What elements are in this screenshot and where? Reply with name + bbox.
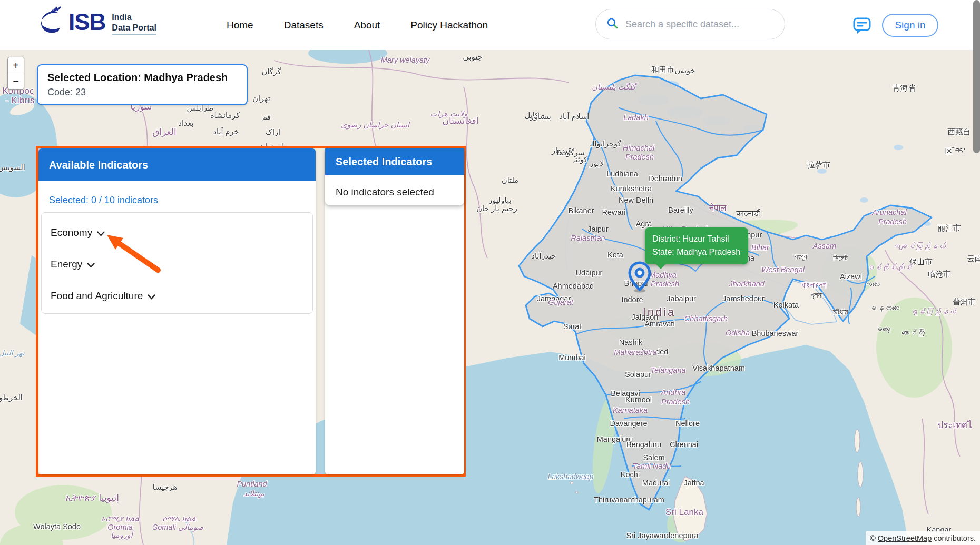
tooltip-district-line: District: Huzur Tahsil [652,233,741,246]
copyright-symbol: © [870,534,876,542]
browser-scrollbar-thumb[interactable] [973,0,980,153]
main-nav: HomeDatasetsAboutPolicy Hackathon [227,0,488,50]
chevron-down-icon [87,263,95,268]
category-energy[interactable]: Energy [42,249,312,280]
location-pin-icon[interactable] [628,261,651,293]
search-input[interactable] [624,18,774,31]
selected-indicators-card: Selected Indicators No indicators select… [325,148,464,205]
no-indicators-text: No indicators selected [325,175,464,198]
zoom-in-button[interactable]: + [8,57,24,73]
search-box[interactable] [595,9,785,39]
top-navigation-bar: ISB India Data Portal HomeDatasetsAboutP… [0,0,980,50]
nav-item-datasets[interactable]: Datasets [284,19,324,31]
category-economy[interactable]: Economy [42,217,312,249]
category-label: Economy [51,227,92,239]
category-food-and-agriculture[interactable]: Food and Agriculture [42,280,312,312]
chevron-down-icon [148,294,155,300]
available-indicators-header: Available Indicators [38,148,316,181]
district-tooltip: District: Huzur Tahsil State: Madhya Pra… [645,227,748,264]
portal-name: India Data Portal [112,10,156,35]
isb-logo[interactable]: ISB India Data Portal [38,6,156,38]
selected-count-text: Selected: 0 / 10 indicators [49,195,158,206]
sign-in-button[interactable]: Sign in [882,14,938,37]
nav-item-policy-hackathon[interactable]: Policy Hackathon [410,19,488,31]
nav-item-about[interactable]: About [354,19,380,31]
category-label: Food and Agriculture [51,290,143,302]
chevron-down-icon [97,231,105,236]
indicator-category-list: EconomyEnergyFood and Agriculture [41,212,313,314]
nav-item-home[interactable]: Home [227,19,253,31]
selected-location-code: Code: 23 [47,87,237,98]
isb-logo-icon [38,6,65,38]
selected-location-box: Selected Location: Madhya Pradesh Code: … [37,64,248,105]
zoom-out-button[interactable]: − [8,73,24,89]
isb-wordmark: ISB [68,9,105,35]
selected-indicators-panel: Selected Indicators No indicators select… [325,148,464,474]
available-indicators-panel: Available Indicators Selected: 0 / 10 in… [38,148,316,474]
search-icon [606,17,618,31]
map-attribution: © OpenStreetMap contributors. [866,531,980,545]
chat-icon[interactable] [853,17,871,34]
map-zoom-control: + − [7,57,24,90]
category-label: Energy [51,259,82,270]
tooltip-state-line: State: Madhya Pradesh [652,246,741,259]
attribution-suffix: contributors. [934,534,976,542]
selected-location-title: Selected Location: Madhya Pradesh [47,72,237,84]
selected-indicators-header: Selected Indicators [325,148,464,175]
openstreetmap-link[interactable]: OpenStreetMap [878,534,932,542]
